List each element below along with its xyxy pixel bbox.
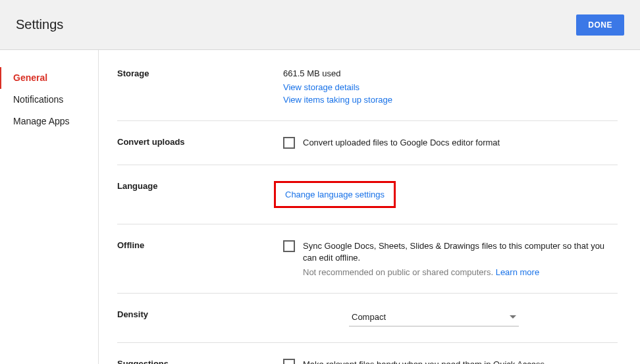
offline-muted-text: Not recommended on public or shared comp… xyxy=(303,267,496,277)
sidebar-item-manage-apps[interactable]: Manage Apps xyxy=(0,111,98,132)
section-language: Language Change language settings xyxy=(117,165,618,224)
link-view-storage-details[interactable]: View storage details xyxy=(283,82,618,92)
section-convert-uploads: Convert uploads Convert uploaded files t… xyxy=(117,121,618,165)
content-scroll[interactable]: Storage 661.5 MB used View storage detai… xyxy=(99,50,640,364)
checkbox-offline-sync[interactable] xyxy=(283,240,295,252)
sidebar: General Notifications Manage Apps xyxy=(0,50,99,364)
section-label-density: Density xyxy=(117,309,283,326)
section-value-storage: 661.5 MB used View storage details View … xyxy=(283,68,618,105)
sidebar-item-label: Notifications xyxy=(13,94,63,105)
section-label-convert-uploads: Convert uploads xyxy=(117,137,283,149)
checkbox-label-convert-uploads: Convert uploaded files to Google Docs ed… xyxy=(303,137,500,149)
checkbox-label-offline: Sync Google Docs, Sheets, Slides & Drawi… xyxy=(303,240,618,264)
content-inner: Storage 661.5 MB used View storage detai… xyxy=(117,50,618,364)
link-view-items-taking-storage[interactable]: View items taking up storage xyxy=(283,95,618,105)
checkbox-row-offline: Sync Google Docs, Sheets, Slides & Drawi… xyxy=(283,240,618,276)
done-button[interactable]: DONE xyxy=(576,14,624,36)
checkbox-row-convert-uploads: Convert uploaded files to Google Docs ed… xyxy=(283,137,618,149)
settings-body: General Notifications Manage Apps Storag… xyxy=(0,50,640,364)
checkbox-convert-uploads[interactable] xyxy=(283,137,295,149)
highlight-change-language: Change language settings xyxy=(274,181,396,208)
section-value-density: Compact xyxy=(283,309,618,326)
checkbox-row-suggestions: Make relevant files handy when you need … xyxy=(283,359,618,364)
density-selected-text: Compact xyxy=(352,312,510,322)
section-value-offline: Sync Google Docs, Sheets, Slides & Drawi… xyxy=(283,240,618,276)
sidebar-item-label: Manage Apps xyxy=(13,116,70,126)
storage-used-text: 661.5 MB used xyxy=(283,68,618,78)
section-offline: Offline Sync Google Docs, Sheets, Slides… xyxy=(117,224,618,293)
link-change-language-settings[interactable]: Change language settings xyxy=(285,190,385,199)
section-label-suggestions: Suggestions xyxy=(117,359,283,364)
offline-muted-line: Not recommended on public or shared comp… xyxy=(303,267,618,277)
offline-text-block: Sync Google Docs, Sheets, Slides & Drawi… xyxy=(303,240,618,276)
checkbox-label-suggestions: Make relevant files handy when you need … xyxy=(303,359,547,364)
section-label-storage: Storage xyxy=(117,68,283,105)
settings-header: Settings DONE xyxy=(0,0,640,50)
section-storage: Storage 661.5 MB used View storage detai… xyxy=(117,50,618,121)
section-label-offline: Offline xyxy=(117,240,283,276)
section-value-convert-uploads: Convert uploaded files to Google Docs ed… xyxy=(283,137,618,149)
link-learn-more-offline[interactable]: Learn more xyxy=(496,267,539,277)
section-suggestions: Suggestions Make relevant files handy wh… xyxy=(117,343,618,364)
sidebar-item-label: General xyxy=(13,72,47,83)
section-value-language: Change language settings xyxy=(283,181,618,208)
checkbox-suggestions[interactable] xyxy=(283,359,295,364)
sidebar-item-notifications[interactable]: Notifications xyxy=(0,89,98,111)
page-title: Settings xyxy=(16,17,63,32)
sidebar-item-general[interactable]: General xyxy=(0,67,98,89)
chevron-down-icon xyxy=(510,315,516,319)
section-label-language: Language xyxy=(117,181,283,208)
section-density: Density Compact xyxy=(117,294,618,343)
density-select[interactable]: Compact xyxy=(349,309,519,326)
section-value-suggestions: Make relevant files handy when you need … xyxy=(283,359,618,364)
